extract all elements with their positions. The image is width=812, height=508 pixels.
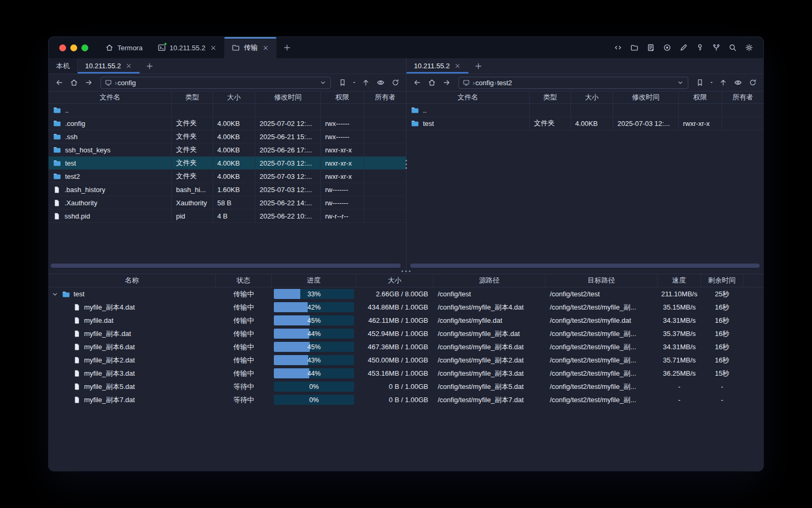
horizontal-scrollbar[interactable] [410,264,760,268]
panel-tab-remote[interactable]: 10.211.55.2 [78,58,140,74]
horizontal-scrollbar[interactable] [51,264,401,268]
close-icon[interactable] [125,62,132,69]
macro-icon[interactable] [712,43,721,52]
panel-toolbar: ›config [49,74,406,91]
refresh-icon [749,78,757,87]
column-header[interactable]: 大小 [213,92,255,103]
file-size [213,104,255,116]
path-breadcrumb-input[interactable]: ›config›test2 [458,77,688,89]
column-header[interactable]: 所有者 [722,92,763,103]
file-row[interactable]: .. [49,104,406,117]
new-tab-button[interactable] [276,37,298,58]
key-icon[interactable] [695,43,705,52]
home-button[interactable] [68,76,80,89]
transfer-row[interactable]: myfile_副本6.dat 传输中 45% 467.36MB / 1.00GB… [49,340,763,353]
bookmark-button[interactable] [336,76,349,89]
breadcrumb-segment[interactable]: config [117,79,136,87]
column-header[interactable]: 权限 [321,92,364,103]
column-header[interactable]: 目标路径 [546,274,658,287]
close-icon[interactable] [262,44,269,51]
file-row[interactable]: .ssh 文件夹 4.00KB 2025-06-21 15:... rwx---… [49,130,406,143]
close-window-button[interactable] [59,44,66,51]
column-header[interactable]: 进度 [272,274,356,287]
column-header[interactable]: 名称 [49,274,216,287]
close-icon[interactable] [210,44,217,51]
column-header[interactable]: 权限 [679,92,722,103]
transfer-row[interactable]: myfile_副本.dat 传输中 44% 452.94MB / 1.00GB … [49,327,763,340]
column-header[interactable]: 文件名 [407,92,530,103]
transfer-row[interactable]: myfile_副本7.dat 等待中 0% 0 B / 1.00GB /conf… [49,393,763,406]
transfer-row[interactable]: myfile.dat 传输中 45% 462.11MB / 1.00GB /co… [49,314,763,327]
folder-icon[interactable] [630,43,639,52]
column-header[interactable]: 修改时间 [613,92,679,103]
search-icon[interactable] [728,43,737,52]
bookmark-button[interactable] [694,76,706,89]
file-row[interactable]: test2 文件夹 4.00KB 2025-07-03 12:... rwxr-… [49,170,406,183]
column-header[interactable]: 类型 [172,92,213,103]
transfer-row[interactable]: test 传输中 33% 2.66GB / 8.00GB /config/tes… [49,287,763,301]
left-button[interactable] [411,76,423,89]
record-icon[interactable] [662,43,672,52]
maximize-window-button[interactable] [81,44,88,51]
new-panel-tab-button[interactable] [140,58,160,74]
file-row[interactable]: .Xauthority Xauthority 58 B 2025-06-22 1… [49,196,406,210]
column-header[interactable]: 源路径 [433,274,546,287]
breadcrumb-segment[interactable]: test2 [497,79,512,87]
transfer-name: myfile_副本7.dat [84,395,135,405]
tab-ssh-session[interactable]: 10.211.55.2 [150,37,225,58]
transfer-name: myfile_副本3.dat [84,369,135,378]
chevron-down-icon[interactable] [319,79,327,86]
column-header[interactable]: 大小 [571,92,613,103]
eye-button[interactable] [732,76,744,89]
transfer-row[interactable]: myfile_副本5.dat 等待中 0% 0 B / 1.00GB /conf… [49,380,763,393]
file-row[interactable]: .config 文件夹 4.00KB 2025-07-02 12:... rwx… [49,117,406,130]
refresh-button[interactable] [389,76,402,89]
column-header[interactable]: 修改时间 [255,92,321,103]
transfer-size: 467.36MB / 1.00GB [356,340,433,353]
file-row[interactable]: ssh_host_keys 文件夹 4.00KB 2025-06-26 17:.… [49,143,406,157]
transfer-row[interactable]: myfile_副本2.dat 传输中 43% 450.00MB / 1.00GB… [49,353,763,367]
new-panel-tab-button[interactable] [468,58,488,74]
column-header[interactable]: 状态 [216,274,272,287]
chevron-down-icon[interactable] [677,79,684,86]
file-row[interactable]: .bash_history bash_hi... 1.60KB 2025-07-… [49,183,406,196]
close-icon[interactable] [454,62,461,69]
column-header[interactable]: 大小 [356,274,433,287]
column-header[interactable]: 类型 [530,92,571,103]
file-row[interactable]: test 文件夹 4.00KB 2025-07-03 12:... rwxr-x… [407,117,763,130]
panel-tab-remote[interactable]: 10.211.55.2 [407,58,468,74]
left-button[interactable] [53,76,66,89]
column-header[interactable]: 速度 [658,274,701,287]
edit-icon[interactable] [679,43,688,52]
path-breadcrumb-input[interactable]: ›config [100,77,331,89]
log-icon[interactable] [646,43,656,52]
breadcrumb-segment[interactable]: config [475,79,494,87]
refresh-button[interactable] [746,76,759,89]
collapse-chevron-icon[interactable] [51,291,59,298]
right-button[interactable] [82,76,95,89]
column-header[interactable]: 文件名 [49,92,172,103]
vertical-splitter-handle[interactable] [404,160,409,169]
arrow-up-button[interactable] [717,76,730,89]
column-header[interactable]: 剩余时间 [701,274,743,287]
eye-button[interactable] [374,76,387,89]
caret-down-button[interactable] [708,76,715,89]
tab-home[interactable]: Termora [98,37,150,58]
transfer-row[interactable]: myfile_副本3.dat 传输中 44% 453.16MB / 1.00GB… [49,367,763,380]
column-header[interactable]: 所有者 [364,92,406,103]
caret-down-button[interactable] [351,76,357,89]
arrow-up-button[interactable] [359,76,372,89]
transfer-row[interactable]: myfile_副本4.dat 传输中 42% 434.86MB / 1.00GB… [49,301,763,314]
tab-transfer[interactable]: 传输 [224,37,276,58]
code-icon[interactable] [613,43,623,52]
file-row[interactable]: .. [407,104,763,117]
settings-icon[interactable] [744,43,754,52]
file-row[interactable]: test 文件夹 4.00KB 2025-07-03 12:... rwxr-x… [49,157,406,170]
minimize-window-button[interactable] [70,44,77,51]
folder-icon [53,132,61,141]
file-row[interactable]: sshd.pid pid 4 B 2025-06-22 10:... rw-r-… [49,210,406,223]
home-button[interactable] [426,76,438,89]
panel-tab-local[interactable]: 本机 [49,58,78,74]
horizontal-splitter-handle[interactable] [402,270,411,272]
right-button[interactable] [440,76,453,89]
